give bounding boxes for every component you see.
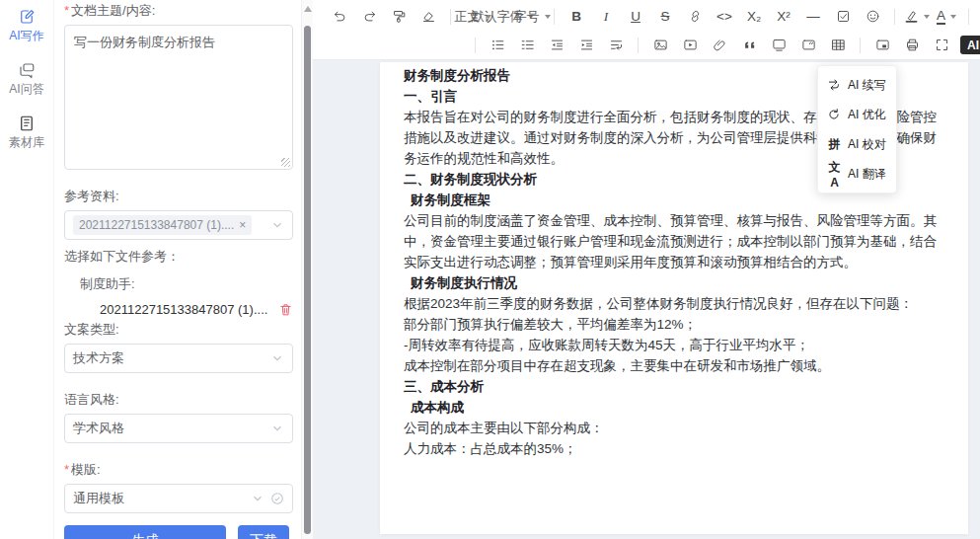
chevron-down-icon — [270, 351, 284, 365]
required-asterisk: * — [64, 462, 69, 477]
sidebar-item-label: AI写作 — [9, 28, 43, 44]
bullet-list-button[interactable] — [484, 34, 511, 57]
language-style-select[interactable]: 学术风格 — [64, 414, 293, 443]
toolbar-divider — [968, 9, 969, 25]
font-size-dropdown[interactable]: 字号 — [518, 5, 546, 29]
snippet-button[interactable] — [794, 34, 822, 57]
doc-type-select[interactable]: 技术方案 — [64, 344, 293, 373]
doc-issue-item: -周转效率有待提高，应收账款周转天数为45天，高于行业平均水平； — [404, 335, 944, 355]
assistant-label: 制度助手: — [80, 275, 293, 293]
link-button[interactable] — [681, 5, 709, 29]
ordered-list-button[interactable] — [513, 34, 541, 57]
menu-item-ai-continue[interactable]: AI 续写 — [818, 70, 896, 100]
outdent-button[interactable] — [543, 34, 570, 57]
toolbar-row-2: AI — [325, 31, 970, 59]
ai-optimize-icon — [827, 108, 841, 121]
panel-scrollbar[interactable] — [301, 0, 313, 539]
toolbar-divider — [554, 9, 555, 25]
indent-button[interactable] — [572, 34, 600, 57]
topic-textarea[interactable]: 写一份财务制度分析报告 — [64, 25, 293, 170]
selected-file-name: 2021122715133847807 (1).... — [100, 302, 278, 317]
toolbar-divider — [894, 9, 895, 25]
font-color-dropdown[interactable]: A — [933, 5, 960, 29]
ai-dropdown-button[interactable]: AI — [960, 36, 980, 54]
horizontal-rule-button[interactable]: — — [799, 5, 827, 29]
doc-subheading-cost-structure: 成本构成 — [411, 397, 944, 418]
doc-type-label: 文案类型: — [64, 321, 293, 339]
reference-file-tag: 2021122715133847807 (1).... × — [73, 215, 252, 235]
superscript-button[interactable]: X² — [770, 5, 797, 29]
scrollbar-up-arrow-icon[interactable] — [304, 6, 312, 12]
underline-button[interactable]: U — [622, 5, 649, 29]
font-color-icon: A — [937, 9, 945, 25]
bold-button[interactable]: B — [563, 5, 590, 29]
insert-image-button[interactable] — [646, 34, 674, 57]
toolbar-divider — [860, 38, 861, 53]
topic-label: *文档主题/内容: — [64, 2, 293, 20]
ai-dropdown-menu: AI 续写 AI 优化 拼 AI 校对 文A AI 翻译 — [817, 65, 897, 193]
inline-code-button[interactable]: <> — [711, 5, 738, 29]
doc-issue-item: 成本控制在部分项目中存在超支现象，主要集中在研发和市场推广领域。 — [404, 355, 944, 376]
attachment-button[interactable] — [706, 34, 733, 57]
caret-down-icon — [545, 15, 551, 19]
menu-item-ai-proofread[interactable]: 拼 AI 校对 — [818, 129, 896, 159]
ai-proofread-icon: 拼 — [827, 136, 841, 153]
emoji-button[interactable] — [859, 5, 886, 29]
doc-paragraph: 根据2023年前三季度的财务数据，公司整体财务制度执行情况良好，但存在以下问题： — [404, 293, 944, 314]
toolbar-divider — [450, 9, 451, 25]
menu-item-ai-optimize[interactable]: AI 优化 — [818, 100, 896, 129]
insert-table-button[interactable] — [824, 34, 852, 57]
insert-video-button[interactable] — [676, 34, 704, 57]
sidebar-item-ai-writing[interactable]: AI写作 — [9, 8, 43, 44]
reference-select[interactable]: 2021122715133847807 (1).... × — [64, 210, 293, 240]
italic-button[interactable]: I — [592, 5, 620, 29]
font-family-dropdown[interactable]: 默认字体 — [489, 5, 516, 29]
sidebar-item-label: AI问答 — [9, 81, 43, 98]
chevron-down-icon — [270, 422, 284, 435]
fullscreen-button[interactable] — [928, 34, 955, 57]
highlight-color-dropdown[interactable] — [903, 5, 931, 29]
scrollbar-thumb[interactable] — [304, 26, 311, 534]
menu-item-ai-translate[interactable]: 文A AI 翻译 — [818, 159, 896, 189]
chevron-down-icon — [251, 492, 264, 505]
reference-label: 参考资料: — [64, 188, 293, 205]
redo-button[interactable] — [355, 5, 383, 29]
strikethrough-button[interactable]: S — [651, 5, 679, 29]
chevron-down-icon — [270, 218, 284, 232]
ai-writing-icon — [18, 8, 36, 26]
sidebar-item-material-library[interactable]: 素材库 — [9, 115, 44, 151]
highlight-pen-icon — [904, 9, 919, 24]
generate-button[interactable]: 生成 — [64, 525, 226, 539]
clear-format-button[interactable] — [415, 5, 442, 29]
editor-toolbar: 正文 默认字体 字号 B I U S <> X₂ X² — A — [313, 0, 980, 60]
delete-file-icon[interactable] — [278, 302, 293, 317]
doc-issue-item: 部分部门预算执行偏差较大，平均偏差率为12%； — [404, 314, 944, 335]
writing-form-panel: *文档主题/内容: 写一份财务制度分析报告 参考资料: 202112271513… — [54, 0, 301, 539]
template-select[interactable]: 通用模板 — [64, 484, 293, 513]
toolbar-divider — [475, 38, 476, 53]
tag-close-icon[interactable]: × — [239, 219, 246, 231]
code-block-button[interactable] — [765, 34, 792, 57]
ai-translate-icon: 文A — [827, 159, 841, 190]
doc-cost-list: 人力成本：占总成本的35%； — [404, 438, 944, 459]
toolbar-row-1: 正文 默认字体 字号 B I U S <> X₂ X² — A — [325, 2, 970, 31]
doc-issue-list: 部分部门预算执行偏差较大，平均偏差率为12%； -周转效率有待提高，应收账款周转… — [404, 314, 944, 376]
selected-file-row: 2021122715133847807 (1).... — [100, 302, 293, 317]
doc-paragraph: 公司目前的制度涵盖了资金管理、成本控制、预算管理、核算与报告、风险管理等方面。其… — [404, 210, 944, 272]
doc-subheading-execution: 财务制度执行情况 — [411, 272, 944, 293]
line-break-button[interactable] — [602, 34, 630, 57]
subscript-button[interactable]: X₂ — [740, 5, 768, 29]
blockquote-button[interactable] — [735, 34, 763, 57]
textarea-resize-handle[interactable] — [281, 158, 290, 167]
template-value: 通用模板 — [73, 490, 251, 507]
card-view-button[interactable] — [868, 34, 896, 57]
todo-checkbox-button[interactable] — [829, 5, 857, 29]
doc-paragraph: 公司的成本主要由以下部分构成： — [404, 418, 944, 438]
download-button[interactable]: 下载 — [238, 525, 289, 539]
undo-button[interactable] — [326, 5, 353, 29]
language-style-label: 语言风格: — [64, 391, 293, 409]
circle-check-icon — [270, 492, 284, 505]
format-painter-button[interactable] — [385, 5, 413, 29]
sidebar-item-ai-qa[interactable]: AI问答 — [9, 61, 43, 98]
print-button[interactable] — [898, 34, 926, 57]
